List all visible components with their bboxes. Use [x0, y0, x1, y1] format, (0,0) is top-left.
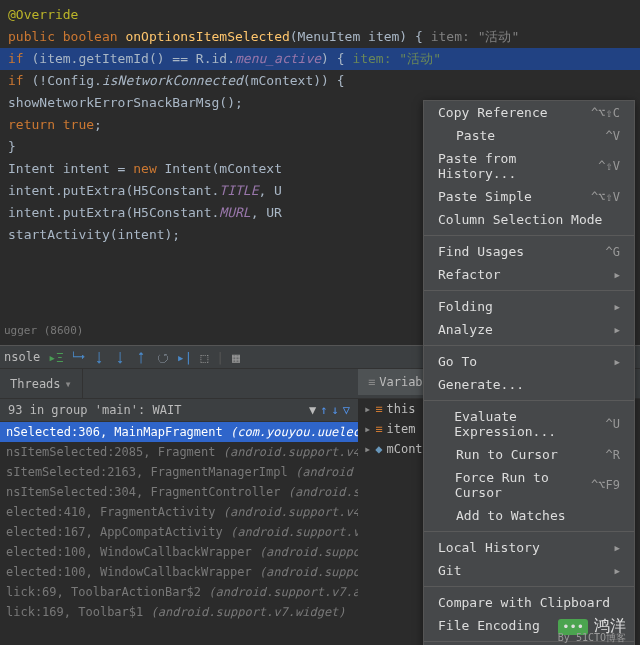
- menu-item[interactable]: Analyze▶: [424, 318, 634, 341]
- step-over-icon[interactable]: ⮡: [72, 350, 85, 365]
- menu-item[interactable]: Folding▶: [424, 295, 634, 318]
- menu-item[interactable]: Find Usages^G: [424, 240, 634, 263]
- run-cursor-icon[interactable]: ▸|: [177, 350, 193, 365]
- console-tab[interactable]: nsole: [4, 350, 40, 364]
- up-icon[interactable]: ↑: [320, 403, 327, 417]
- calc-icon[interactable]: ▦: [232, 350, 240, 365]
- menu-icon: [438, 129, 452, 143]
- selected-line[interactable]: if (item.getItemId() == R.id.menu_active…: [0, 48, 640, 70]
- step-out-icon[interactable]: ⭡: [135, 350, 148, 365]
- context-menu[interactable]: Copy Reference^⌥⇧CPaste^VPaste from Hist…: [423, 100, 635, 645]
- step-into-icon[interactable]: ⭣: [93, 350, 106, 365]
- menu-icon: [438, 448, 452, 462]
- watermark-sub: By 51CTO博客: [558, 631, 626, 645]
- stack-frame[interactable]: nsItemSelected:304, FragmentController (…: [0, 482, 358, 502]
- menu-item[interactable]: Paste from History...^⇧V: [424, 147, 634, 185]
- force-step-icon[interactable]: ⭣: [114, 350, 127, 365]
- menu-item[interactable]: Compare with Clipboard: [424, 591, 634, 614]
- menu-item[interactable]: Force Run to Cursor^⌥F9: [424, 466, 634, 504]
- filter-icon[interactable]: ▽: [343, 403, 350, 417]
- menu-item[interactable]: Column Selection Mode: [424, 208, 634, 231]
- stack-frames[interactable]: nSelected:306, MainMapFragment (com.youy…: [0, 422, 358, 622]
- stack-frame[interactable]: sItemSelected:2163, FragmentManagerImpl …: [0, 462, 358, 482]
- menu-item[interactable]: Refactor▶: [424, 263, 634, 286]
- stack-frame[interactable]: elected:100, WindowCallbackWrapper (andr…: [0, 542, 358, 562]
- stack-frame[interactable]: nsItemSelected:2085, Fragment (android.s…: [0, 442, 358, 462]
- stack-frame[interactable]: lick:169, Toolbar$1 (android.support.v7.…: [0, 602, 358, 622]
- drop-frame-icon[interactable]: ⭯: [156, 350, 169, 365]
- menu-item[interactable]: Add to Watches: [424, 504, 634, 527]
- menu-icon: [438, 417, 450, 431]
- dropdown-icon[interactable]: ▼: [309, 403, 316, 417]
- menu-item[interactable]: Evaluate Expression...^U: [424, 405, 634, 443]
- menu-item[interactable]: Local History▶: [424, 536, 634, 559]
- stack-frame[interactable]: elected:410, FragmentActivity (android.s…: [0, 502, 358, 522]
- menu-icon: [438, 478, 451, 492]
- stack-frame[interactable]: elected:100, WindowCallbackWrapper (andr…: [0, 562, 358, 582]
- stack-frame[interactable]: elected:167, AppCompatActivity (android.…: [0, 522, 358, 542]
- debugger-status: ugger (8600): [4, 324, 83, 337]
- menu-item[interactable]: Git▶: [424, 559, 634, 582]
- down-icon[interactable]: ↓: [332, 403, 339, 417]
- stack-frame[interactable]: lick:69, ToolbarActionBar$2 (android.sup…: [0, 582, 358, 602]
- thread-header[interactable]: 93 in group 'main': WAIT ▼ ↑ ↓ ▽: [0, 399, 358, 422]
- menu-item[interactable]: Paste Simple^⌥⇧V: [424, 185, 634, 208]
- menu-item[interactable]: Generate...: [424, 373, 634, 396]
- threads-tab[interactable]: Threads▾: [0, 369, 83, 398]
- menu-icon: [438, 509, 452, 523]
- menu-item[interactable]: Copy Reference^⌥⇧C: [424, 101, 634, 124]
- menu-item[interactable]: Paste^V: [424, 124, 634, 147]
- stack-frame[interactable]: nSelected:306, MainMapFragment (com.youy…: [0, 422, 358, 442]
- threads-panel: 93 in group 'main': WAIT ▼ ↑ ↓ ▽ nSelect…: [0, 399, 358, 622]
- menu-item[interactable]: Go To▶: [424, 350, 634, 373]
- evaluate-icon[interactable]: ⬚: [200, 350, 208, 365]
- annotation: @Override: [8, 7, 78, 22]
- resume-icon[interactable]: ▸Ξ: [48, 350, 64, 365]
- menu-item[interactable]: Run to Cursor^R: [424, 443, 634, 466]
